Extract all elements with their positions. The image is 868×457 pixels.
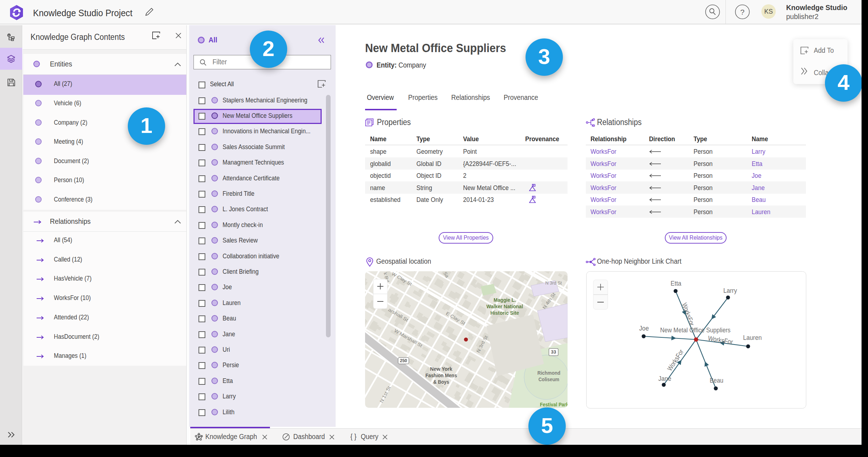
svg-text:New Metal Office Suppliers: New Metal Office Suppliers (660, 326, 731, 334)
svg-text:Historic Site: Historic Site (490, 310, 519, 316)
svg-text:Maggie L.: Maggie L. (494, 297, 516, 303)
svg-text:250: 250 (400, 358, 407, 363)
svg-text:Jane: Jane (658, 375, 671, 382)
svg-text:Etta: Etta (671, 280, 681, 287)
svg-text:Festival Park: Festival Park (540, 402, 568, 407)
svg-text:?: ? (740, 8, 745, 16)
svg-text:Larry: Larry (723, 287, 737, 294)
svg-text:Coliseum: Coliseum (538, 377, 559, 382)
svg-text:Beau: Beau (710, 377, 723, 384)
svg-text:Richmond: Richmond (537, 370, 560, 376)
svg-text:& Boys: & Boys (433, 379, 449, 385)
svg-text:Walker National: Walker National (486, 304, 523, 309)
svg-text:N 3rd St: N 3rd St (545, 280, 562, 286)
svg-text:Lauren: Lauren (743, 334, 762, 341)
svg-text:Joe: Joe (639, 324, 649, 332)
svg-text:Fashion Mens: Fashion Mens (425, 373, 457, 378)
svg-text:New York: New York (430, 366, 452, 372)
svg-text:33: 33 (551, 349, 556, 355)
